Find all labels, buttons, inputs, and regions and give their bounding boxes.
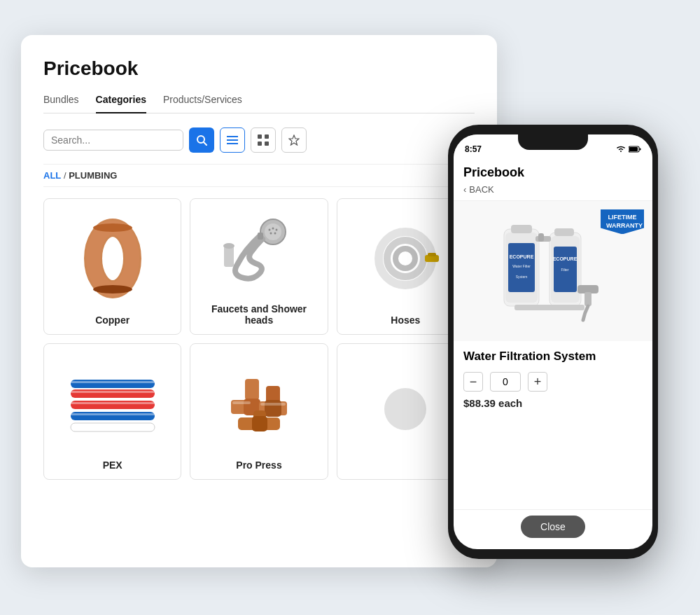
phone-notch — [518, 134, 588, 150]
phone-close-button[interactable]: Close — [521, 516, 585, 538]
svg-rect-30 — [71, 401, 155, 409]
svg-point-25 — [387, 240, 424, 277]
breadcrumb-current: PLUMBING — [69, 170, 117, 181]
svg-rect-31 — [71, 380, 155, 388]
phone-back-button[interactable]: ‹ BACK — [463, 184, 643, 195]
search-input[interactable] — [51, 134, 149, 146]
category-image-pex — [52, 352, 172, 454]
svg-rect-65 — [554, 228, 574, 236]
favorites-button[interactable] — [281, 127, 307, 153]
tab-bundles[interactable]: Bundles — [43, 94, 79, 113]
category-label-hoses: Hoses — [391, 315, 420, 326]
page-title: Pricebook — [43, 57, 475, 80]
phone-header: Pricebook ‹ BACK — [454, 160, 652, 201]
phone-outer: 8:57 Pricebook — [448, 125, 658, 559]
svg-rect-6 — [265, 134, 269, 139]
svg-rect-34 — [71, 391, 155, 393]
search-button[interactable] — [189, 127, 214, 153]
phone-status-icons — [616, 146, 641, 153]
grid-icon — [258, 134, 269, 146]
tab-categories[interactable]: Categories — [96, 94, 146, 113]
category-card-pex[interactable]: PEX — [43, 343, 181, 480]
back-label: BACK — [469, 184, 493, 195]
svg-rect-2 — [227, 136, 238, 137]
svg-text:Water Filter: Water Filter — [512, 264, 531, 268]
phone-product-info: Water Filtration System − + $88.39 each — [454, 341, 652, 509]
phone-time: 8:57 — [465, 144, 482, 154]
category-card-copper[interactable]: Copper — [43, 198, 181, 335]
grid-view-button[interactable] — [251, 127, 276, 153]
phone-header-title: Pricebook — [463, 165, 643, 180]
svg-text:Filter: Filter — [561, 268, 568, 272]
svg-rect-8 — [265, 141, 269, 146]
svg-point-20 — [274, 232, 276, 234]
svg-rect-44 — [265, 400, 281, 417]
svg-point-49 — [384, 388, 426, 430]
svg-rect-52 — [640, 148, 641, 151]
category-image-faucets — [199, 207, 318, 298]
category-label-faucets: Faucets and Shower heads — [199, 303, 318, 326]
svg-point-18 — [275, 228, 277, 230]
breadcrumb-all: ALL — [43, 170, 61, 181]
svg-line-1 — [204, 142, 206, 145]
phone-screen: 8:57 Pricebook — [454, 134, 652, 549]
search-row — [43, 127, 475, 153]
svg-rect-22 — [224, 246, 234, 267]
svg-rect-45 — [260, 403, 286, 406]
svg-point-19 — [270, 232, 272, 234]
svg-rect-39 — [245, 379, 259, 400]
svg-rect-51 — [629, 147, 638, 151]
svg-point-23 — [223, 243, 234, 249]
svg-rect-33 — [71, 423, 155, 431]
star-icon — [288, 134, 300, 146]
svg-rect-7 — [258, 141, 262, 146]
list-icon — [227, 134, 238, 146]
desktop-card: Pricebook Bundles Categories Products/Se… — [21, 35, 497, 567]
category-image-propress — [199, 352, 318, 454]
svg-rect-4 — [227, 143, 238, 144]
category-grid: Copper — [43, 198, 475, 480]
category-card-faucets[interactable]: Faucets and Shower heads — [190, 198, 328, 335]
svg-text:ECOPURE: ECOPURE — [510, 254, 534, 259]
svg-point-11 — [93, 228, 132, 289]
category-image-copper — [52, 207, 172, 309]
search-input-wrap[interactable] — [43, 130, 183, 151]
tab-products[interactable]: Products/Services — [163, 94, 242, 113]
svg-rect-37 — [71, 413, 155, 415]
svg-point-12 — [93, 223, 132, 232]
svg-rect-21 — [258, 233, 263, 240]
category-card-propress[interactable]: Pro Press — [190, 343, 328, 480]
search-icon — [196, 134, 207, 146]
breadcrumb: ALL / PLUMBING — [43, 164, 475, 187]
battery-icon — [629, 146, 641, 153]
category-label-pex: PEX — [103, 459, 122, 471]
category-label-copper: Copper — [95, 315, 130, 326]
svg-marker-9 — [289, 135, 299, 145]
phone-product-name: Water Filtration System — [463, 350, 643, 364]
quantity-increase-button[interactable]: + — [528, 372, 547, 392]
svg-rect-5 — [258, 134, 262, 139]
svg-rect-3 — [227, 139, 238, 141]
svg-point-17 — [272, 227, 274, 229]
category-label-propress: Pro Press — [236, 459, 281, 471]
quantity-row: − + — [463, 372, 643, 392]
svg-text:ECOPURE: ECOPURE — [553, 256, 578, 261]
svg-rect-36 — [71, 381, 155, 383]
product-price: $88.39 each — [463, 397, 643, 409]
svg-rect-59 — [511, 225, 532, 233]
svg-rect-29 — [71, 389, 155, 398]
quantity-decrease-button[interactable]: − — [463, 372, 483, 392]
list-view-button[interactable] — [220, 127, 245, 153]
product-image-svg: ECOPURE Water Filter System ECOPURE Filt… — [490, 208, 616, 334]
phone-device: 8:57 Pricebook — [448, 125, 686, 601]
svg-rect-70 — [514, 305, 584, 310]
svg-point-26 — [396, 249, 415, 268]
tabs-bar: Bundles Categories Products/Services — [43, 94, 475, 113]
wifi-icon — [616, 146, 626, 153]
svg-rect-32 — [71, 412, 155, 420]
phone-product-image: ECOPURE Water Filter System ECOPURE Filt… — [454, 201, 652, 341]
quantity-input[interactable] — [490, 372, 521, 392]
svg-rect-67 — [538, 233, 544, 242]
svg-rect-41 — [232, 401, 251, 404]
svg-rect-69 — [584, 292, 592, 306]
